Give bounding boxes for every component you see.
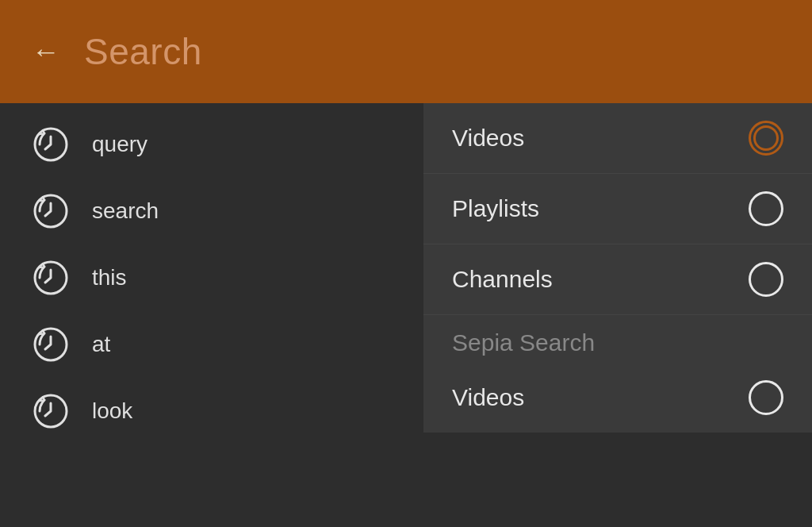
- radio-unselected-icon: [749, 380, 783, 415]
- radio-unselected-icon: [749, 262, 783, 297]
- history-item-this[interactable]: this: [0, 244, 412, 311]
- filter-label: Playlists: [452, 195, 539, 222]
- filter-dropdown: Videos Playlists Channels Sepia Search V…: [423, 103, 812, 433]
- history-label: search: [92, 198, 159, 224]
- sepia-section-label: Sepia Search: [452, 329, 595, 356]
- radio-selected-icon: [749, 121, 783, 156]
- history-label: this: [92, 265, 127, 290]
- header: ← Search: [0, 0, 812, 103]
- history-icon: [32, 125, 70, 163]
- filter-label: Videos: [452, 125, 524, 152]
- history-label: query: [92, 132, 147, 157]
- history-item-at[interactable]: at: [0, 311, 412, 378]
- history-icon: [32, 259, 70, 297]
- history-item-query[interactable]: query: [0, 111, 412, 178]
- filter-label: Channels: [452, 266, 553, 293]
- search-history-panel: query search t: [0, 103, 412, 527]
- history-label: look: [92, 398, 132, 424]
- main-content: query search t: [0, 103, 812, 527]
- history-item-search[interactable]: search: [0, 178, 412, 244]
- history-label: at: [92, 332, 110, 357]
- history-item-look[interactable]: look: [0, 378, 412, 444]
- history-icon: [32, 325, 70, 364]
- filter-option-sepia-videos[interactable]: Videos: [423, 363, 812, 433]
- history-icon: [32, 392, 70, 430]
- history-icon: [32, 192, 70, 230]
- page-title: Search: [84, 30, 202, 73]
- filter-label: Videos: [452, 384, 524, 411]
- back-button[interactable]: ←: [32, 37, 60, 66]
- filter-option-channels[interactable]: Channels: [423, 244, 812, 315]
- filter-option-playlists[interactable]: Playlists: [423, 174, 812, 244]
- radio-unselected-icon: [749, 191, 783, 226]
- sepia-section-header: Sepia Search: [423, 315, 812, 363]
- filter-option-videos-selected[interactable]: Videos: [423, 103, 812, 174]
